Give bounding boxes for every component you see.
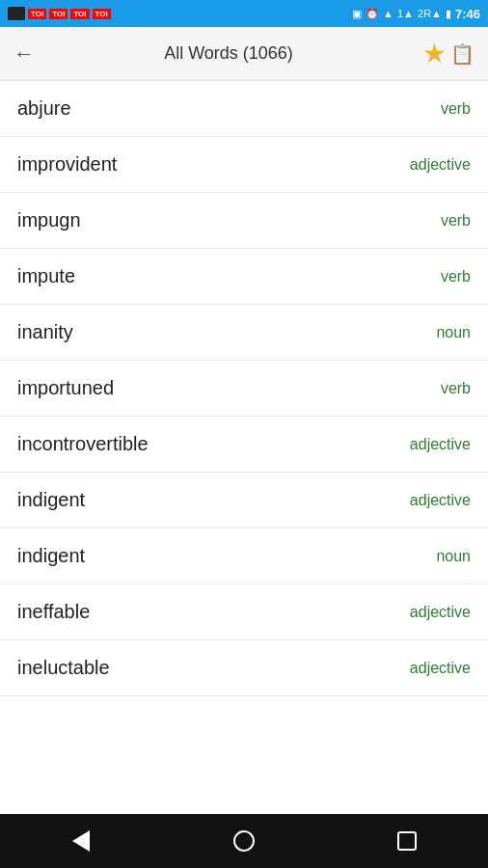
back-button[interactable]: ← xyxy=(14,41,35,67)
status-bar-right: ▣ ⏰ ▲ 1▲ 2R▲ ▮ 7:46 xyxy=(352,7,480,21)
list-item[interactable]: imputeverb xyxy=(0,249,488,305)
list-item[interactable]: importunedverb xyxy=(0,361,488,417)
word-type: adjective xyxy=(410,660,471,677)
word-text: abjure xyxy=(17,97,71,120)
word-type: adjective xyxy=(410,156,471,174)
word-type: verb xyxy=(441,100,471,118)
word-type: adjective xyxy=(410,604,471,621)
star-icon[interactable]: ★ xyxy=(422,41,447,68)
word-text: improvident xyxy=(17,153,117,176)
list-item[interactable]: abjureverb xyxy=(0,81,488,137)
toi-badge-2: TOI xyxy=(49,9,68,19)
nav-recents-button[interactable] xyxy=(378,822,436,860)
alarm-icon: ⏰ xyxy=(366,8,379,20)
word-list: abjureverbimprovidentadjectiveimpugnverb… xyxy=(0,81,488,814)
list-item[interactable]: ineluctableadjective xyxy=(0,640,488,696)
list-item[interactable]: ineffableadjective xyxy=(0,584,488,640)
list-item[interactable]: inanitynoun xyxy=(0,305,488,361)
word-text: inanity xyxy=(17,321,73,343)
word-text: impugn xyxy=(17,209,81,231)
word-text: incontrovertible xyxy=(17,433,149,455)
nav-home-button[interactable] xyxy=(215,822,273,860)
list-item[interactable]: improvidentadjective xyxy=(0,137,488,193)
image-icon xyxy=(8,7,25,20)
list-item[interactable]: indigentadjective xyxy=(0,473,488,529)
toolbar: ← All Words (1066) ★ 📋 xyxy=(0,27,488,81)
word-type: adjective xyxy=(410,436,471,453)
nav-home-icon xyxy=(233,830,255,852)
signal2-icon: 2R▲ xyxy=(418,8,442,19)
time-display: 7:46 xyxy=(455,7,480,21)
battery-icon: ▮ xyxy=(446,8,451,20)
word-text: indigent xyxy=(17,545,85,567)
word-type: verb xyxy=(441,212,471,230)
wifi-icon: ▲ xyxy=(383,8,393,19)
word-text: impute xyxy=(17,265,75,287)
word-text: ineffable xyxy=(17,601,90,623)
nav-recents-icon xyxy=(397,831,417,851)
word-type: verb xyxy=(441,268,471,285)
nav-back-button[interactable] xyxy=(52,822,110,860)
word-type: adjective xyxy=(410,492,471,509)
word-text: indigent xyxy=(17,489,85,511)
list-item[interactable]: indigentnoun xyxy=(0,529,488,584)
word-text: ineluctable xyxy=(17,657,110,679)
status-bar: TOI TOI TOI TOI ▣ ⏰ ▲ 1▲ 2R▲ ▮ 7:46 xyxy=(0,0,488,27)
bottom-nav xyxy=(0,814,488,868)
word-type: verb xyxy=(441,380,471,397)
toi-badge-1: TOI xyxy=(28,9,46,19)
status-bar-left: TOI TOI TOI TOI xyxy=(8,7,111,20)
bookmark-icon[interactable]: 📋 xyxy=(450,44,474,64)
toolbar-actions: ★ 📋 xyxy=(422,41,474,68)
list-item[interactable]: incontrovertibleadjective xyxy=(0,417,488,473)
word-type: noun xyxy=(436,548,471,565)
nav-back-icon xyxy=(72,830,90,852)
toi-badge-4: TOI xyxy=(93,9,111,19)
word-type: noun xyxy=(436,324,471,341)
word-text: importuned xyxy=(17,377,114,399)
list-item[interactable]: impugnverb xyxy=(0,193,488,249)
vibrate-icon: ▣ xyxy=(352,8,362,20)
page-title: All Words (1066) xyxy=(164,43,293,64)
toi-badge-3: TOI xyxy=(70,9,89,19)
signal-icon: 1▲ xyxy=(397,8,414,19)
